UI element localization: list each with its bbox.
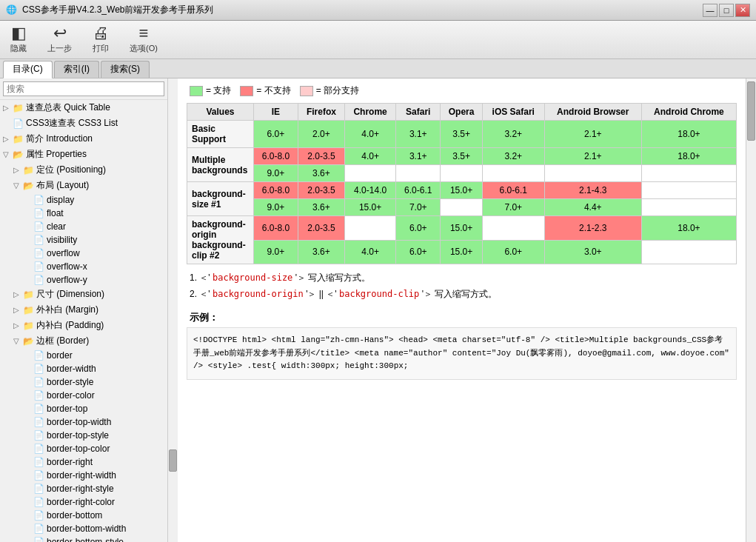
tab-index[interactable]: 索引(I) [54,61,99,78]
tree-item-label: border-color [47,390,95,401]
table-cell [396,165,441,182]
table-cell: 3.1+ [396,148,441,165]
tree-item[interactable]: ▷ 📁内补白 (Padding) [0,318,167,333]
tree-item[interactable]: 📄overflow-x [0,260,167,273]
table-cell: 4.0+ [344,240,395,264]
tree-item[interactable]: 📄border-color [0,389,167,402]
page-icon: 📄 [33,195,44,205]
tree-item[interactable]: 📄border-width [0,362,167,375]
tab-toc[interactable]: 目录(C) [3,61,53,78]
table-row: 9.0+3.6+4.0+6.0+15.0+6.0+3.0+ [187,240,737,264]
note-1: 1. ＜' background-size '＞ 写入缩写方式。 [190,270,734,287]
table-prop-cell: Multiple backgrounds [187,148,254,182]
page-icon: 📄 [33,235,44,245]
content-scrollbar[interactable] [746,78,756,542]
tree-item-label: border-bottom-style [47,537,124,542]
page-icon: 📄 [33,248,44,258]
legend-supported-label: = 支持 [206,84,231,97]
tree-item[interactable]: 📄float [0,207,167,220]
expand-icon: ▷ [13,321,21,329]
back-button[interactable]: ↩ 上一步 [43,24,76,56]
tree-item[interactable]: 📄clear [0,220,167,233]
tree-item[interactable]: 📄border-right-style [0,482,167,495]
print-button[interactable]: 🖨 打印 [88,24,113,56]
table-cell [441,199,483,216]
minimize-button[interactable]: — [703,4,717,17]
tree-item[interactable]: 📄CSS3速查表 CSS3 List [0,116,167,131]
legend-supported-box [190,86,203,96]
tree-item[interactable]: 📄visibility [0,233,167,247]
content-scrollbar-thumb[interactable] [747,81,755,141]
tree-item[interactable]: ▽ 📂属性 Properties [0,147,167,162]
tree-item[interactable]: 📄overflow [0,247,167,260]
table-cell: 6.0-8.0 [254,182,298,199]
table-cell: 6.0+ [396,216,441,241]
tree-item[interactable]: ▷ 📁定位 (Positioning) [0,162,167,178]
table-row: 9.0+3.6+15.0+7.0+7.0+4.4+ [187,199,737,216]
table-cell: 6.0+ [482,240,544,264]
tree-item-label: border-top-style [47,430,109,441]
tree-item-label: border-right-width [47,470,116,481]
legend-partial: = 部分支持 [300,84,359,97]
tree-item-label: border-top-color [47,444,110,454]
legend-not-supported: = 不支持 [240,84,290,97]
table-cell: 15.0+ [344,199,395,216]
tree-item[interactable]: ▷ 📁简介 Introduction [0,131,167,147]
tree-item[interactable]: ▽ 📂布局 (Layout) [0,178,167,193]
tree-item[interactable]: 📄border-right-width [0,469,167,482]
tree-item[interactable]: 📄border-style [0,375,167,389]
tree-item[interactable]: 📄border-right-color [0,495,167,509]
table-cell: 15.0+ [441,240,483,264]
sidebar-scrollbar-thumb[interactable] [169,449,177,472]
tree-item[interactable]: 📄border-bottom-style [0,535,167,542]
tree-container: ▷ 📁速查总表 Quick Table 📄CSS3速查表 CSS3 List▷ … [0,100,167,542]
page-icon: 📄 [33,523,44,534]
sidebar: ▷ 📁速查总表 Quick Table 📄CSS3速查表 CSS3 List▷ … [0,78,167,542]
tree-item[interactable]: ▷ 📁外补白 (Margin) [0,302,167,318]
tree-item[interactable]: 📄display [0,193,167,207]
folder-icon: 📂 [13,150,24,160]
tree-item[interactable]: ▽ 📂边框 (Border) [0,333,167,349]
maximize-button[interactable]: □ [719,4,734,17]
tree-item[interactable]: 📄border-top-color [0,442,167,455]
code-block: <!DOCTYPE html> <html lang="zh-cmn-Hans"… [187,327,737,380]
page-icon: 📄 [33,377,44,387]
folder-icon: 📂 [23,336,34,347]
tree-item[interactable]: ▷ 📁速查总表 Quick Table [0,100,167,116]
tree-item[interactable]: 📄border [0,349,167,362]
tab-search[interactable]: 搜索(S) [101,61,150,78]
table-cell: 2.1+ [544,148,641,165]
tree-item[interactable]: 📄border-top-width [0,415,167,429]
sidebar-scrollbar[interactable] [167,78,178,542]
tree-item[interactable]: 📄border-bottom [0,509,167,522]
tree-item[interactable]: 📄border-right [0,455,167,469]
table-cell: 4.0-14.0 [344,182,395,199]
tree-item[interactable]: ▷ 📁尺寸 (Dimension) [0,287,167,302]
table-cell: 6.0-8.0 [254,216,298,241]
page-icon: 📄 [33,484,44,494]
table-cell [344,216,395,241]
tree-item-label: border-top [47,404,87,414]
hide-button[interactable]: ◧ 隐藏 [6,24,31,56]
table-cell: 4.4+ [544,199,641,216]
close-button[interactable]: ✕ [735,4,750,17]
table-cell: 9.0+ [254,240,298,264]
search-input[interactable] [3,81,164,96]
back-icon: ↩ [53,25,67,41]
tree-item[interactable]: 📄border-top-style [0,429,167,442]
options-button[interactable]: ≡ 选项(O) [125,24,162,56]
tree-item[interactable]: 📄border-top [0,402,167,415]
content-area: = 支持 = 不支持 = 部分支持 ValuesIEFirefoxChromeS… [178,78,746,542]
tree-item[interactable]: 📄overflow-y [0,273,167,287]
table-header-row: ValuesIEFirefoxChromeSafariOperaiOS Safa… [187,104,737,121]
page-icon: 📄 [33,390,44,401]
tree-item-label: 内补白 (Padding) [36,319,104,332]
table-cell: 2.1-2.3 [544,216,641,241]
hide-icon: ◧ [11,25,27,41]
note-2: 2. ＜' background-origin '＞ || ＜' backgro… [190,287,734,303]
table-row: 9.0+3.6+ [187,165,737,182]
legend-supported: = 支持 [190,84,231,97]
tree-item[interactable]: 📄border-bottom-width [0,522,167,535]
app-icon: 🌐 [6,4,18,16]
tree-item-label: 定位 (Positioning) [36,164,106,176]
